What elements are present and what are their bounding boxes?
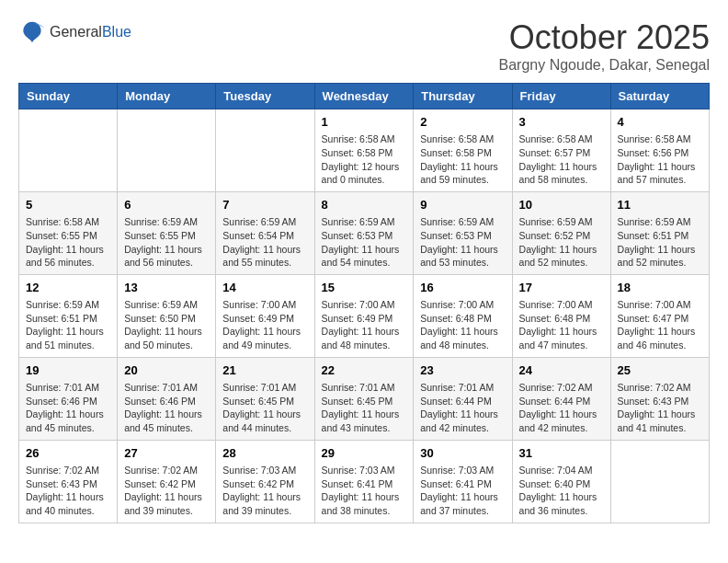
calendar-cell: 18Sunrise: 7:00 AMSunset: 6:47 PMDayligh… — [610, 274, 709, 357]
calendar-cell — [19, 109, 118, 192]
day-info: Sunrise: 7:03 AM — [322, 464, 407, 477]
page-header: General Blue October 2025 Bargny Ngoude,… — [18, 18, 710, 74]
day-info: Sunrise: 7:01 AM — [124, 381, 209, 395]
day-number: 5 — [26, 197, 110, 213]
day-info: Sunrise: 7:00 AM — [420, 298, 505, 312]
day-info: Sunset: 6:55 PM — [124, 229, 209, 243]
day-info: Sunrise: 7:00 AM — [322, 298, 407, 312]
day-number: 16 — [420, 280, 505, 296]
day-info: Sunset: 6:56 PM — [618, 146, 702, 160]
calendar-cell: 1Sunrise: 6:58 AMSunset: 6:58 PMDaylight… — [314, 109, 414, 192]
day-info: Daylight: 11 hours and 55 minutes. — [222, 243, 307, 270]
day-info: Sunset: 6:45 PM — [222, 395, 307, 408]
calendar-cell: 23Sunrise: 7:01 AMSunset: 6:44 PMDayligh… — [414, 357, 512, 440]
calendar-cell: 12Sunrise: 6:59 AMSunset: 6:51 PMDayligh… — [19, 274, 118, 357]
day-info: Sunrise: 7:00 AM — [222, 298, 307, 312]
day-info: Sunrise: 7:02 AM — [26, 464, 110, 477]
weekday-header: Tuesday — [216, 84, 314, 109]
calendar-week-row: 26Sunrise: 7:02 AMSunset: 6:43 PMDayligh… — [19, 440, 710, 523]
day-info: Sunrise: 6:59 AM — [26, 298, 110, 312]
day-info: Daylight: 11 hours and 52 minutes. — [618, 243, 702, 270]
calendar-cell: 9Sunrise: 6:59 AMSunset: 6:53 PMDaylight… — [414, 191, 512, 274]
day-info: Sunset: 6:55 PM — [26, 229, 110, 243]
day-info: Sunrise: 7:00 AM — [519, 298, 604, 312]
calendar-cell: 28Sunrise: 7:03 AMSunset: 6:42 PMDayligh… — [216, 440, 314, 523]
day-info: Daylight: 11 hours and 37 minutes. — [420, 490, 505, 517]
day-info: Sunrise: 6:59 AM — [519, 215, 604, 229]
day-info: Sunset: 6:41 PM — [420, 477, 505, 491]
day-info: Sunrise: 7:01 AM — [322, 381, 407, 395]
day-number: 8 — [322, 197, 407, 213]
day-info: Daylight: 11 hours and 46 minutes. — [618, 325, 702, 351]
day-info: Daylight: 11 hours and 54 minutes. — [322, 243, 407, 270]
day-info: Sunrise: 7:04 AM — [519, 464, 604, 477]
day-info: Sunrise: 6:59 AM — [124, 215, 209, 229]
day-info: Sunrise: 6:58 AM — [420, 132, 505, 146]
day-info: Daylight: 11 hours and 42 minutes. — [420, 408, 505, 434]
calendar-week-row: 19Sunrise: 7:01 AMSunset: 6:46 PMDayligh… — [19, 357, 710, 440]
day-info: Sunrise: 6:59 AM — [322, 215, 407, 229]
day-number: 22 — [322, 362, 407, 379]
day-info: Sunset: 6:40 PM — [519, 477, 604, 491]
day-number: 11 — [618, 197, 702, 213]
day-number: 20 — [124, 362, 209, 379]
day-info: Sunset: 6:48 PM — [519, 312, 604, 326]
day-info: Sunset: 6:57 PM — [519, 146, 604, 160]
day-info: Sunrise: 6:58 AM — [26, 215, 110, 229]
day-info: Sunrise: 6:58 AM — [618, 132, 702, 146]
day-number: 29 — [322, 445, 407, 462]
calendar-cell: 8Sunrise: 6:59 AMSunset: 6:53 PMDaylight… — [314, 191, 414, 274]
title-section: October 2025 Bargny Ngoude, Dakar, Seneg… — [499, 18, 710, 74]
calendar-week-row: 5Sunrise: 6:58 AMSunset: 6:55 PMDaylight… — [19, 191, 710, 274]
day-info: Sunset: 6:42 PM — [124, 477, 209, 491]
calendar-cell: 22Sunrise: 7:01 AMSunset: 6:45 PMDayligh… — [314, 357, 414, 440]
calendar-cell: 24Sunrise: 7:02 AMSunset: 6:44 PMDayligh… — [512, 357, 610, 440]
calendar-cell: 3Sunrise: 6:58 AMSunset: 6:57 PMDaylight… — [512, 109, 610, 192]
calendar-cell: 26Sunrise: 7:02 AMSunset: 6:43 PMDayligh… — [19, 440, 118, 523]
day-info: Daylight: 11 hours and 56 minutes. — [26, 243, 110, 270]
calendar-cell: 10Sunrise: 6:59 AMSunset: 6:52 PMDayligh… — [512, 191, 610, 274]
calendar-cell: 19Sunrise: 7:01 AMSunset: 6:46 PMDayligh… — [19, 357, 118, 440]
day-info: Daylight: 11 hours and 56 minutes. — [124, 243, 209, 270]
day-info: Daylight: 11 hours and 40 minutes. — [26, 490, 110, 517]
calendar-cell: 11Sunrise: 6:59 AMSunset: 6:51 PMDayligh… — [610, 191, 709, 274]
calendar-cell: 25Sunrise: 7:02 AMSunset: 6:43 PMDayligh… — [610, 357, 709, 440]
calendar-table: SundayMondayTuesdayWednesdayThursdayFrid… — [18, 83, 710, 523]
calendar-cell: 5Sunrise: 6:58 AMSunset: 6:55 PMDaylight… — [19, 191, 118, 274]
day-info: Sunset: 6:58 PM — [322, 146, 407, 160]
location-subtitle: Bargny Ngoude, Dakar, Senegal — [499, 57, 710, 74]
day-info: Sunrise: 7:03 AM — [420, 464, 505, 477]
day-number: 10 — [519, 197, 604, 213]
day-info: Sunrise: 6:59 AM — [124, 298, 209, 312]
day-info: Sunset: 6:41 PM — [322, 477, 407, 491]
day-info: Sunrise: 6:59 AM — [222, 215, 307, 229]
day-number: 2 — [420, 114, 505, 131]
day-number: 26 — [26, 445, 110, 462]
day-info: Daylight: 11 hours and 50 minutes. — [124, 325, 209, 351]
day-info: Sunrise: 7:01 AM — [222, 381, 307, 395]
day-info: Sunset: 6:54 PM — [222, 229, 307, 243]
day-info: Sunset: 6:48 PM — [420, 312, 505, 326]
day-number: 1 — [322, 114, 407, 131]
day-info: Daylight: 11 hours and 43 minutes. — [322, 408, 407, 434]
day-info: Sunset: 6:52 PM — [519, 229, 604, 243]
calendar-cell: 4Sunrise: 6:58 AMSunset: 6:56 PMDaylight… — [610, 109, 709, 192]
day-info: Sunrise: 7:03 AM — [222, 464, 307, 477]
day-info: Daylight: 11 hours and 53 minutes. — [420, 243, 505, 270]
logo-general-text: General — [50, 24, 102, 40]
day-info: Sunrise: 6:58 AM — [519, 132, 604, 146]
day-info: Sunrise: 7:00 AM — [618, 298, 702, 312]
weekday-header: Sunday — [19, 84, 118, 109]
calendar-cell: 7Sunrise: 6:59 AMSunset: 6:54 PMDaylight… — [216, 191, 314, 274]
day-info: Daylight: 11 hours and 42 minutes. — [519, 408, 604, 434]
calendar-cell: 20Sunrise: 7:01 AMSunset: 6:46 PMDayligh… — [118, 357, 216, 440]
day-info: Daylight: 11 hours and 38 minutes. — [322, 490, 407, 517]
calendar-cell: 27Sunrise: 7:02 AMSunset: 6:42 PMDayligh… — [118, 440, 216, 523]
calendar-cell: 29Sunrise: 7:03 AMSunset: 6:41 PMDayligh… — [314, 440, 414, 523]
day-info: Daylight: 11 hours and 39 minutes. — [222, 490, 307, 517]
day-number: 9 — [420, 197, 505, 213]
day-number: 31 — [519, 445, 604, 462]
weekday-header: Wednesday — [314, 84, 414, 109]
day-info: Sunset: 6:49 PM — [322, 312, 407, 326]
day-number: 18 — [618, 280, 702, 296]
